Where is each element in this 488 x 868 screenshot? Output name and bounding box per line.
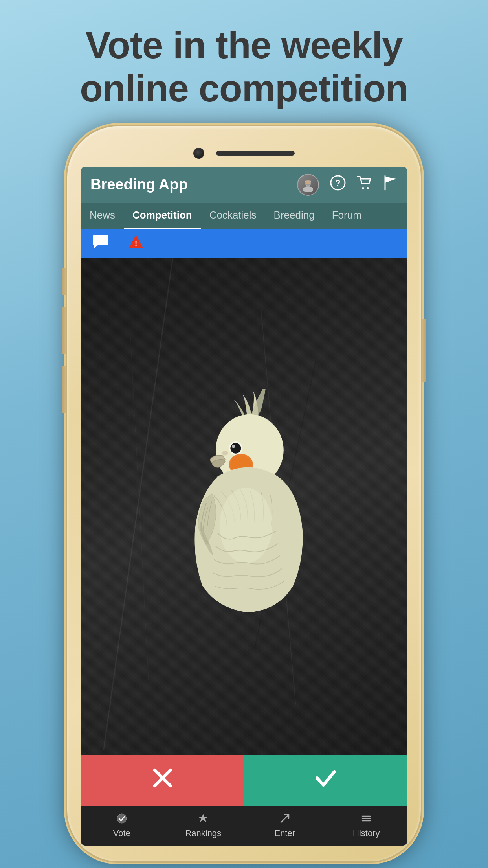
- vote-buttons: [81, 755, 407, 806]
- tab-cockatiels[interactable]: Cockatiels: [201, 203, 265, 229]
- vote-no-button[interactable]: [81, 755, 244, 806]
- mute-button: [62, 268, 66, 295]
- bottom-nav-history[interactable]: History: [326, 806, 407, 846]
- header-icons: ?: [297, 174, 398, 196]
- cart-icon[interactable]: [357, 176, 372, 193]
- bottom-nav-enter[interactable]: Enter: [244, 806, 326, 846]
- rankings-nav-icon: [198, 813, 209, 827]
- front-camera: [193, 148, 204, 159]
- svg-point-3: [306, 180, 310, 184]
- app-header: Breeding App ?: [81, 167, 407, 203]
- svg-point-16: [222, 451, 228, 456]
- svg-line-21: [281, 815, 289, 822]
- svg-point-1: [303, 186, 313, 192]
- svg-point-17: [220, 488, 272, 563]
- tab-breeding[interactable]: Breeding: [265, 203, 323, 229]
- svg-point-6: [362, 187, 364, 189]
- headline-text: Vote in the weekly online competition: [48, 0, 439, 126]
- svg-point-13: [232, 445, 235, 448]
- bottom-nav: Vote Rankings Enter: [81, 806, 407, 846]
- rankings-nav-label: Rankings: [185, 828, 221, 839]
- bottom-nav-vote[interactable]: Vote: [81, 806, 163, 846]
- tab-news[interactable]: News: [81, 203, 124, 229]
- flag-icon[interactable]: [383, 175, 398, 194]
- nav-tabs: News Competition Cockatiels Breeding For…: [81, 203, 407, 229]
- app-screen: Breeding App ?: [81, 167, 407, 846]
- vote-nav-icon: [116, 813, 127, 827]
- bird-image: [81, 258, 407, 755]
- vote-nav-label: Vote: [113, 828, 130, 839]
- tab-forum[interactable]: Forum: [323, 203, 370, 229]
- tab-competition[interactable]: Competition: [124, 203, 201, 229]
- chat-icon[interactable]: [93, 235, 108, 252]
- speaker-grille: [216, 151, 295, 156]
- phone-top-bar: [122, 148, 366, 159]
- help-icon[interactable]: ?: [330, 175, 346, 194]
- history-nav-icon: [361, 813, 372, 827]
- bottom-nav-rankings[interactable]: Rankings: [163, 806, 244, 846]
- history-nav-label: History: [353, 828, 380, 839]
- power-button: [422, 319, 426, 382]
- volume-up-button: [62, 307, 66, 354]
- no-icon: [151, 766, 174, 795]
- svg-point-7: [367, 187, 369, 189]
- phone-shell: Breeding App ?: [67, 126, 421, 861]
- app-title: Breeding App: [90, 176, 188, 193]
- user-avatar[interactable]: [297, 174, 319, 196]
- alert-icon[interactable]: !: [128, 234, 144, 253]
- svg-point-12: [230, 443, 241, 454]
- yes-icon: [314, 766, 338, 795]
- svg-text:!: !: [135, 239, 138, 248]
- svg-point-20: [117, 814, 127, 823]
- blue-toolbar: !: [81, 229, 407, 258]
- volume-down-button: [62, 366, 66, 413]
- enter-nav-label: Enter: [274, 828, 295, 839]
- vote-yes-button[interactable]: [244, 755, 407, 806]
- enter-nav-icon: [279, 813, 290, 827]
- svg-text:?: ?: [335, 178, 340, 188]
